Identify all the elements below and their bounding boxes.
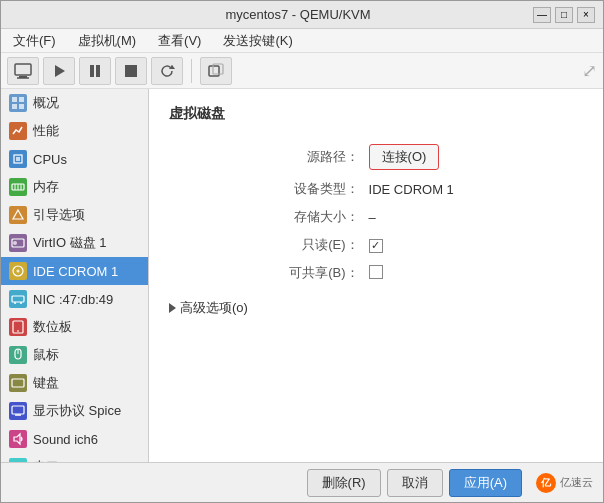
sidebar-item-tablet[interactable]: 数位板 <box>1 313 148 341</box>
form-row-readonly: 只读(E)： <box>169 231 583 259</box>
sidebar-item-performance[interactable]: 性能 <box>1 117 148 145</box>
sidebar-item-mouse[interactable]: 鼠标 <box>1 341 148 369</box>
menu-vm[interactable]: 虚拟机(M) <box>72 30 143 52</box>
value-storage-size: – <box>369 203 583 231</box>
svg-marker-38 <box>14 434 20 444</box>
nic-icon <box>9 290 27 308</box>
watermark-logo: 亿 <box>536 473 556 493</box>
main-content: 概况 性能 CPUs 内存 <box>1 89 603 462</box>
delete-button[interactable]: 删除(R) <box>307 469 381 497</box>
svg-rect-25 <box>12 296 24 302</box>
svg-rect-15 <box>16 157 20 161</box>
sidebar-item-memory[interactable]: 内存 <box>1 173 148 201</box>
sidebar-label-display: 显示协议 Spice <box>33 402 121 420</box>
boot-icon <box>9 206 27 224</box>
title-controls: — □ × <box>533 7 595 23</box>
sidebar-label-overview: 概况 <box>33 94 59 112</box>
sidebar-label-nic: NIC :47:db:49 <box>33 292 113 307</box>
advanced-label: 高级选项(o) <box>180 299 248 317</box>
perf-icon <box>9 122 27 140</box>
sidebar-label-keyboard: 键盘 <box>33 374 59 392</box>
cdrom-icon <box>9 262 27 280</box>
pause-button[interactable] <box>79 57 111 85</box>
memory-icon <box>9 178 27 196</box>
label-readonly: 只读(E)： <box>169 231 369 259</box>
sidebar-item-overview[interactable]: 概况 <box>1 89 148 117</box>
svg-rect-5 <box>96 65 100 77</box>
watermark-text: 亿速云 <box>560 475 593 490</box>
overview-icon <box>9 94 27 112</box>
readonly-checkbox[interactable] <box>369 239 383 253</box>
sidebar-label-performance: 性能 <box>33 122 59 140</box>
svg-rect-13 <box>19 104 24 109</box>
advanced-triangle <box>169 303 176 313</box>
svg-rect-0 <box>15 64 31 75</box>
svg-point-22 <box>13 241 17 245</box>
sidebar-item-keyboard[interactable]: 键盘 <box>1 369 148 397</box>
pause-icon <box>86 62 104 80</box>
form-row-storage-size: 存储大小： – <box>169 203 583 231</box>
value-device-type: IDE CDROM 1 <box>369 175 583 203</box>
stop-icon <box>122 62 140 80</box>
label-source: 源路径： <box>169 139 369 175</box>
menu-sendkey[interactable]: 发送按键(K) <box>217 30 298 52</box>
sidebar-item-virtio[interactable]: VirtIO 磁盘 1 <box>1 229 148 257</box>
shareable-checkbox[interactable] <box>369 265 383 279</box>
main-window: mycentos7 - QEMU/KVM — □ × 文件(F) 虚拟机(M) … <box>0 0 604 503</box>
play-icon <box>50 62 68 80</box>
connect-button[interactable]: 连接(O) <box>369 144 440 170</box>
stop-button[interactable] <box>115 57 147 85</box>
value-shareable <box>369 259 583 287</box>
virtio-icon <box>9 234 27 252</box>
apply-button[interactable]: 应用(A) <box>449 469 522 497</box>
sidebar-item-serial[interactable]: 串口 1 <box>1 453 148 462</box>
svg-rect-6 <box>125 65 137 77</box>
clone-icon <box>207 62 225 80</box>
screen-icon <box>14 62 32 80</box>
form-row-source: 源路径： 连接(O) <box>169 139 583 175</box>
sound-icon <box>9 430 27 448</box>
menu-view[interactable]: 查看(V) <box>152 30 207 52</box>
screen-button[interactable] <box>7 57 39 85</box>
clone-button[interactable] <box>200 57 232 85</box>
svg-rect-4 <box>90 65 94 77</box>
cancel-button[interactable]: 取消 <box>387 469 443 497</box>
watermark: 亿 亿速云 <box>536 473 593 493</box>
sidebar-label-sound: Sound ich6 <box>33 432 98 447</box>
form-row-device-type: 设备类型： IDE CDROM 1 <box>169 175 583 203</box>
svg-marker-3 <box>55 65 65 77</box>
svg-rect-12 <box>12 104 17 109</box>
sidebar-label-tablet: 数位板 <box>33 318 72 336</box>
value-readonly <box>369 231 583 259</box>
minimize-button[interactable]: — <box>533 7 551 23</box>
svg-rect-32 <box>12 379 24 387</box>
menu-file[interactable]: 文件(F) <box>7 30 62 52</box>
toolbar-right: ⤢ <box>582 60 597 82</box>
sidebar-item-nic[interactable]: NIC :47:db:49 <box>1 285 148 313</box>
sidebar-item-display[interactable]: 显示协议 Spice <box>1 397 148 425</box>
sidebar-label-mouse: 鼠标 <box>33 346 59 364</box>
fullscreen-icon[interactable]: ⤢ <box>582 60 597 82</box>
tablet-icon <box>9 318 27 336</box>
sidebar-item-boot[interactable]: 引导选项 <box>1 201 148 229</box>
toolbar: ⤢ <box>1 53 603 89</box>
maximize-button[interactable]: □ <box>555 7 573 23</box>
svg-rect-36 <box>12 406 24 414</box>
play-button[interactable] <box>43 57 75 85</box>
toolbar-sep-1 <box>191 59 192 83</box>
sidebar-label-cpus: CPUs <box>33 152 67 167</box>
sidebar-label-virtio: VirtIO 磁盘 1 <box>33 234 106 252</box>
sidebar-item-sound[interactable]: Sound ich6 <box>1 425 148 453</box>
form-row-shareable: 可共享(B)： <box>169 259 583 287</box>
sidebar-item-cdrom[interactable]: IDE CDROM 1 <box>1 257 148 285</box>
title-bar: mycentos7 - QEMU/KVM — □ × <box>1 1 603 29</box>
advanced-toggle[interactable]: 高级选项(o) <box>169 295 583 321</box>
label-shareable: 可共享(B)： <box>169 259 369 287</box>
refresh-button[interactable] <box>151 57 183 85</box>
close-button[interactable]: × <box>577 7 595 23</box>
svg-rect-10 <box>12 97 17 102</box>
advanced-section: 高级选项(o) <box>169 295 583 321</box>
display-icon <box>9 402 27 420</box>
svg-rect-11 <box>19 97 24 102</box>
sidebar-item-cpus[interactable]: CPUs <box>1 145 148 173</box>
